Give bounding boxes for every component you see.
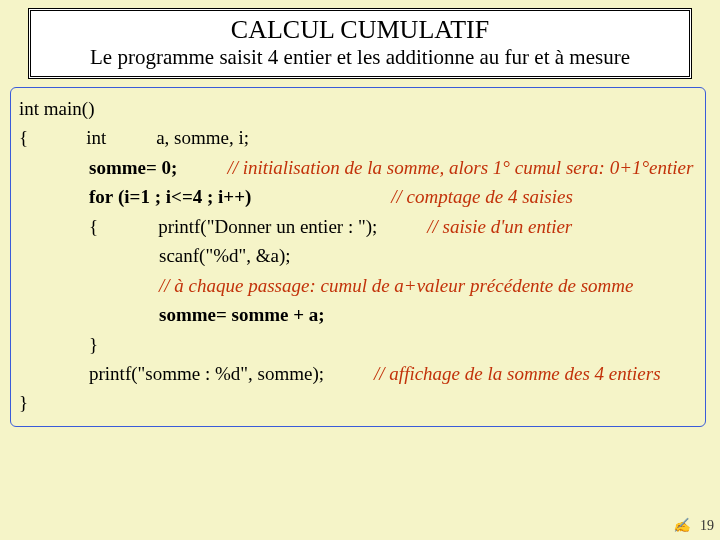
kw-int: int xyxy=(86,123,106,152)
stmt: somme= 0; xyxy=(89,153,177,182)
code-line: } xyxy=(19,330,697,359)
printf: printf("Donner un entier : "); xyxy=(158,212,377,241)
code-line: scanf("%d", &a); xyxy=(19,241,697,270)
scanf: scanf("%d", &a); xyxy=(159,241,291,270)
comment: // à chaque passage: cumul de a+valeur p… xyxy=(159,271,634,300)
comment: // saisie d'un entier xyxy=(427,212,572,241)
code-line: somme= 0; // initialisation de la somme,… xyxy=(19,153,697,182)
pencil-icon: ✍ xyxy=(673,517,690,534)
code-line: { printf("Donner un entier : "); // sais… xyxy=(19,212,697,241)
code-line: } xyxy=(19,388,697,417)
page-number: 19 xyxy=(700,518,714,534)
title-sub: Le programme saisit 4 entier et les addi… xyxy=(39,45,681,70)
code-line: int main() xyxy=(19,94,697,123)
comment: // initialisation de la somme, alors 1° … xyxy=(227,153,693,182)
brace-open: { xyxy=(19,123,28,152)
printf: printf("somme : %d", somme); xyxy=(89,359,324,388)
code-line: somme= somme + a; xyxy=(19,300,697,329)
code-line: // à chaque passage: cumul de a+valeur p… xyxy=(19,271,697,300)
brace-close: } xyxy=(89,330,98,359)
comment: // affichage de la somme des 4 entiers xyxy=(374,359,661,388)
kw-for: for xyxy=(89,182,113,211)
for-cond: (i=1 ; i<=4 ; i++) xyxy=(113,182,251,211)
brace-open: { xyxy=(89,212,98,241)
code-line: for (i=1 ; i<=4 ; i++) // comptage de 4 … xyxy=(19,182,697,211)
title-box: CALCUL CUMULATIF Le programme saisit 4 e… xyxy=(28,8,692,79)
comment: // comptage de 4 saisies xyxy=(391,182,573,211)
title-main: CALCUL CUMULATIF xyxy=(39,15,681,45)
code-text: int main() xyxy=(19,94,94,123)
code-frame: int main() { int a, somme, i; somme= 0; … xyxy=(10,87,706,427)
assign: somme= somme + a; xyxy=(159,300,325,329)
brace-close: } xyxy=(19,388,28,417)
code-line: printf("somme : %d", somme); // affichag… xyxy=(19,359,697,388)
decl: a, somme, i; xyxy=(156,123,249,152)
code-line: { int a, somme, i; xyxy=(19,123,697,152)
